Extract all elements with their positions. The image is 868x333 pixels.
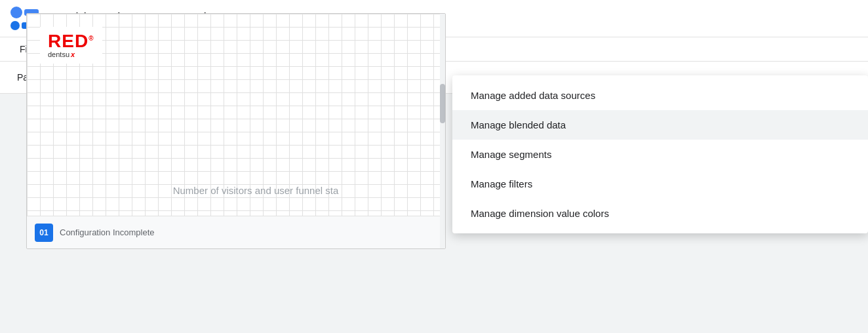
canvas-grid: RED® dentsu x Number of visitors and use… [27, 94, 445, 248]
scrollbar-thumb[interactable] [440, 94, 445, 123]
canvas-bottom-bar: 01 Configuration Incomplete [27, 216, 445, 248]
page-canvas: RED® dentsu x Number of visitors and use… [26, 94, 446, 249]
dropdown-item-manage-segments[interactable]: Manage segments [452, 140, 868, 169]
logo-circle-bottom [10, 21, 20, 30]
logo-circle-top [10, 7, 22, 18]
canvas-text: Number of visitors and user funnel sta [79, 185, 432, 196]
resource-dropdown: Manage added data sources Manage blended… [452, 75, 868, 233]
dropdown-item-manage-data-sources[interactable]: Manage added data sources [452, 81, 868, 110]
config-badge: 01 [35, 224, 53, 242]
dropdown-item-manage-dimension-colors[interactable]: Manage dimension value colors [452, 199, 868, 228]
dropdown-item-manage-blended-data[interactable]: Manage blended data [452, 110, 868, 140]
config-label: Configuration Incomplete [60, 227, 155, 237]
canvas-scrollbar[interactable] [440, 94, 445, 248]
dropdown-item-manage-filters[interactable]: Manage filters [452, 169, 868, 199]
